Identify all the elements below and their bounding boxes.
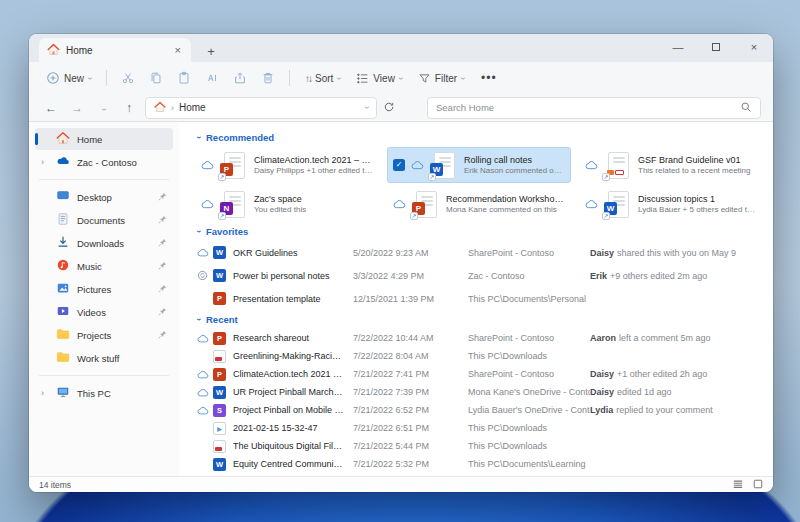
chevron-right-icon[interactable]: › [41,388,49,398]
sidebar-item-music[interactable]: Music [35,255,173,277]
rename-icon[interactable] [199,66,225,90]
recommended-card[interactable]: Zac's space You edited this [195,186,379,222]
pin-icon [158,284,167,295]
sidebar-item-this-pc[interactable]: › This PC [35,382,173,404]
shortcut-arrow-icon [602,212,610,220]
table-row[interactable]: Greenlining-Making-Racial-Equity-Rea... … [195,347,773,365]
explorer-tab-home[interactable]: Home × [39,38,191,62]
file-location: This PC\Documents\Learning [468,459,590,469]
file-date: 5/20/2022 9:23 AM [353,248,468,258]
pin-icon [158,307,167,318]
details-view-icon[interactable] [733,479,743,491]
chevron-down-icon: › [85,77,94,80]
sort-button[interactable]: ↑↓ Sort › [298,69,347,88]
sidebar-item-documents[interactable]: Documents [35,209,173,231]
chevron-down-icon: › [396,77,405,80]
tab-close-icon[interactable]: × [173,44,183,56]
checkbox-checked-icon[interactable]: ✓ [393,159,405,171]
sidebar-item-videos[interactable]: Videos [35,301,173,323]
activity-person: Aaron [590,333,616,343]
sidebar-item-desktop[interactable]: Desktop [35,186,173,208]
sidebar-item-projects[interactable]: Projects [35,324,173,346]
section-header-recommended[interactable]: › Recommended [197,132,773,143]
document-icon [56,212,70,228]
recommended-card[interactable]: ClimateAction.tech 2021 – year in... Dai… [195,147,379,183]
file-location: Zac - Contoso [468,271,590,281]
table-row[interactable]: Equity Centred Community Design 7/21/202… [195,455,773,473]
list-view-icon [356,72,369,85]
new-button[interactable]: New › [39,67,98,89]
copy-icon[interactable] [143,66,169,90]
back-arrow-icon[interactable]: ← [41,101,61,115]
file-activity: Erik+9 others edited 2m ago [590,271,773,281]
file-location: This PC\Downloads [468,441,590,451]
view-button[interactable]: View › [349,68,409,89]
table-row[interactable]: Project Pinball on Mobile KickOff 7/21/2… [195,401,773,419]
recommended-card[interactable]: Discussion topics 1 Lydia Bauer + 5 othe… [579,186,763,222]
maximize-button[interactable] [697,34,735,60]
table-row[interactable]: Research shareout 7/22/2022 10:44 AM Sha… [195,329,773,347]
pin-icon [158,261,167,272]
home-icon [56,131,70,147]
file-location: Mona Kane's OneDrive - Contoso [468,387,590,397]
sidebar-item-zac-contoso[interactable]: › Zac - Contoso [35,151,173,173]
file-name: Power bi personal notes [233,271,353,281]
refresh-icon[interactable] [383,99,395,117]
search-icon[interactable] [740,99,752,117]
close-button[interactable]: × [735,34,773,60]
delete-icon[interactable] [255,66,281,90]
window-controls: — × [659,34,773,60]
sidebar-item-downloads[interactable]: Downloads [35,232,173,254]
search-input[interactable] [436,102,740,113]
sidebar-item-label: Videos [77,307,106,318]
section-header-favorites[interactable]: › Favorites [197,226,773,237]
card-title: Discussion topics 1 [638,194,757,204]
file-date: 12/15/2021 1:39 PM [353,294,468,304]
up-arrow-icon[interactable]: ↑ [119,101,139,115]
sidebar-item-home[interactable]: Home [35,128,173,150]
desktop-monitor-icon [56,189,70,205]
chevron-down-icon[interactable]: › [362,106,371,109]
sidebar-item-work-stuff[interactable]: Work stuff [35,347,173,369]
file-name: Research shareout [233,333,353,343]
cut-icon[interactable] [115,66,141,90]
powerpoint-icon [213,368,226,381]
onenote-icon [224,191,245,218]
card-subtitle: Erik Nason commented on this [464,166,565,175]
table-row[interactable]: OKR Guidelines 5/20/2022 9:23 AM SharePo… [195,241,773,264]
share-icon[interactable] [227,66,253,90]
table-row[interactable]: UR Project Pinball March Notes 7/21/2022… [195,383,773,401]
table-row[interactable]: Power bi personal notes 3/3/2022 4:29 PM… [195,264,773,287]
thumbnail-view-icon[interactable] [753,479,763,491]
table-row[interactable]: Presentation template 12/15/2021 1:39 PM… [195,287,773,310]
sidebar-item-label: Home [77,134,102,145]
more-options-icon[interactable]: ••• [473,71,505,85]
section-label: Favorites [206,226,248,237]
recent-locations-chevron-icon[interactable]: › [93,101,113,115]
recommended-card-selected[interactable]: ✓ Rolling call notes Erik Nason commente… [387,147,571,183]
chevron-right-icon[interactable]: › [41,157,49,167]
sidebar-item-label: Zac - Contoso [77,157,137,168]
paste-icon[interactable] [171,66,197,90]
recommended-card[interactable]: Recommendation Workshop Content Mona Kan… [387,186,571,222]
music-note-icon [56,258,70,274]
new-tab-button[interactable]: + [199,44,223,62]
filter-button[interactable]: Filter › [411,68,471,89]
activity-text: +1 other edited 2h ago [617,369,707,379]
file-location: This PC\Downloads [468,351,590,361]
recommended-card[interactable]: GSF Brand Guideline v01 This related to … [579,147,763,183]
file-name: Presentation template [233,294,353,304]
table-row[interactable]: The Ubiquitous Digital File A Review o..… [195,437,773,455]
section-header-recent[interactable]: › Recent [197,314,773,325]
breadcrumb[interactable]: › Home › [145,97,377,119]
file-name: UR Project Pinball March Notes [233,387,353,397]
table-row[interactable]: ClimateAction.tech 2021 – year in review… [195,365,773,383]
view-button-label: View [373,73,395,84]
computer-monitor-icon [56,385,70,401]
funnel-icon [418,72,431,85]
forward-arrow-icon[interactable]: → [67,101,87,115]
sidebar-item-pictures[interactable]: Pictures [35,278,173,300]
minimize-button[interactable]: — [659,34,697,60]
shortcut-arrow-icon [428,173,436,181]
table-row[interactable]: 2021-02-15 15-32-47 7/21/2022 6:51 PM Th… [195,419,773,437]
